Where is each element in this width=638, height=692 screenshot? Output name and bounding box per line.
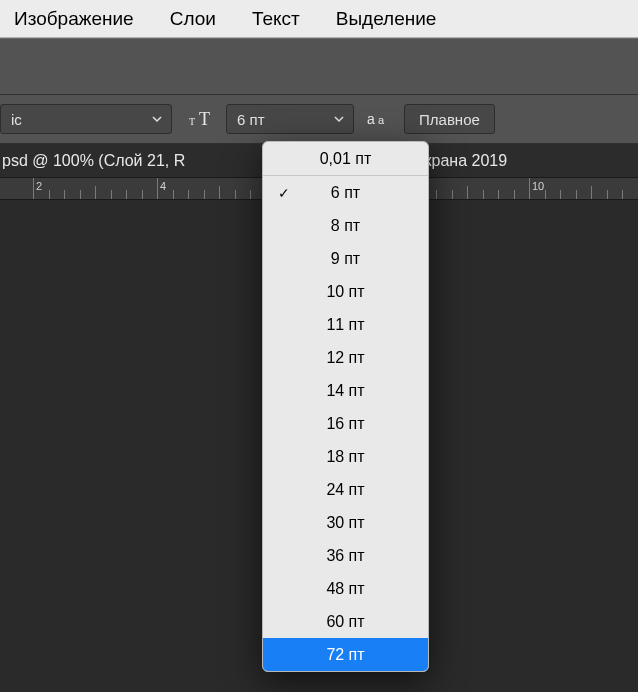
- font-size-option[interactable]: 60 пт: [263, 605, 428, 638]
- font-size-option[interactable]: 14 пт: [263, 374, 428, 407]
- font-size-option-label: 9 пт: [263, 250, 428, 268]
- font-size-option[interactable]: 12 пт: [263, 341, 428, 374]
- font-size-option[interactable]: 16 пт: [263, 407, 428, 440]
- checkmark-icon: ✓: [277, 185, 291, 201]
- font-size-option[interactable]: 0,01 пт: [263, 142, 428, 175]
- font-size-option[interactable]: 36 пт: [263, 539, 428, 572]
- font-size-option[interactable]: 72 пт: [263, 638, 428, 671]
- font-size-option[interactable]: 18 пт: [263, 440, 428, 473]
- font-size-option-label: 18 пт: [263, 448, 428, 466]
- font-size-option[interactable]: 8 пт: [263, 209, 428, 242]
- font-size-option-label: 30 пт: [263, 514, 428, 532]
- svg-text:T: T: [189, 116, 195, 127]
- svg-text:T: T: [199, 109, 210, 129]
- menu-selection[interactable]: Выделение: [336, 8, 437, 30]
- ruler-label: 10: [532, 180, 544, 192]
- antialias-dropdown[interactable]: Плавное: [404, 104, 495, 134]
- font-size-option-label: 36 пт: [263, 547, 428, 565]
- font-size-icon: T T: [186, 109, 216, 129]
- font-style-dropdown[interactable]: ic: [0, 104, 172, 134]
- svg-text:a: a: [367, 111, 375, 127]
- chevron-down-icon: [143, 113, 171, 125]
- font-size-option-label: 12 пт: [263, 349, 428, 367]
- font-size-option-label: 60 пт: [263, 613, 428, 631]
- font-size-option[interactable]: 10 пт: [263, 275, 428, 308]
- font-size-option-label: 0,01 пт: [263, 150, 428, 168]
- app-menubar: Изображение Слои Текст Выделение: [0, 0, 638, 38]
- font-style-value: ic: [1, 111, 143, 128]
- font-size-option[interactable]: 11 пт: [263, 308, 428, 341]
- font-size-option[interactable]: 48 пт: [263, 572, 428, 605]
- text-tool-options-bar: ic T T 6 пт a a Плавное: [0, 94, 638, 144]
- font-size-dropdown[interactable]: 6 пт: [226, 104, 354, 134]
- font-size-option-label: 8 пт: [263, 217, 428, 235]
- ruler-label: 4: [160, 180, 166, 192]
- font-size-menu: 0,01 пт✓6 пт8 пт9 пт10 пт11 пт12 пт14 пт…: [262, 141, 429, 672]
- font-size-option[interactable]: 9 пт: [263, 242, 428, 275]
- svg-text:a: a: [378, 114, 385, 126]
- menu-image[interactable]: Изображение: [14, 8, 134, 30]
- chevron-down-icon: [325, 113, 353, 125]
- font-size-option-label: 10 пт: [263, 283, 428, 301]
- font-size-option-label: 14 пт: [263, 382, 428, 400]
- font-size-option-label: 48 пт: [263, 580, 428, 598]
- document-tab-title-left[interactable]: psd @ 100% (Слой 21, R: [2, 152, 185, 170]
- font-size-option[interactable]: 30 пт: [263, 506, 428, 539]
- font-size-option-label: 24 пт: [263, 481, 428, 499]
- font-size-option-label: 72 пт: [263, 646, 428, 664]
- font-size-option-label: 11 пт: [263, 316, 428, 334]
- antialias-value: Плавное: [419, 111, 480, 128]
- ruler-label: 2: [36, 180, 42, 192]
- antialias-icon: a a: [364, 109, 394, 129]
- tool-options-upper-strip: [0, 38, 638, 94]
- font-size-option[interactable]: ✓6 пт: [263, 176, 428, 209]
- font-size-option-label: 16 пт: [263, 415, 428, 433]
- menu-layers[interactable]: Слои: [170, 8, 216, 30]
- menu-text[interactable]: Текст: [252, 8, 300, 30]
- font-size-value: 6 пт: [227, 111, 325, 128]
- font-size-option[interactable]: 24 пт: [263, 473, 428, 506]
